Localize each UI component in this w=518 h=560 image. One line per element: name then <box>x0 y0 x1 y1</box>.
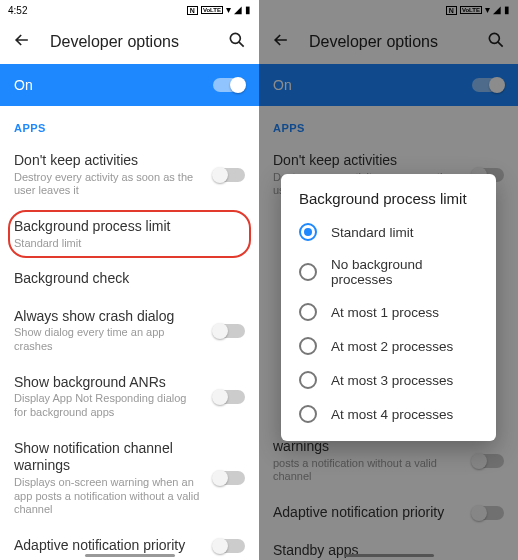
toggle-crash[interactable] <box>213 324 245 338</box>
master-toggle-bar[interactable]: On <box>0 64 259 106</box>
battery-icon: ▮ <box>504 5 510 15</box>
section-header-apps: APPS <box>259 106 518 142</box>
radio-option-standard-limit[interactable]: Standard limit <box>281 215 496 249</box>
status-bar: 4:52 N VoLTE ▾ ◢ ▮ <box>0 0 259 20</box>
phone-left: 4:52 N VoLTE ▾ ◢ ▮ Developer options On … <box>0 0 259 560</box>
search-icon[interactable] <box>486 30 506 54</box>
master-toggle[interactable] <box>213 78 245 92</box>
radio-icon <box>299 371 317 389</box>
app-bar: Developer options <box>0 20 259 64</box>
item-dont-keep-activities[interactable]: Don't keep activities Destroy every acti… <box>0 142 259 208</box>
radio-label: At most 2 processes <box>331 339 453 354</box>
item-title: Don't keep activities <box>273 152 460 170</box>
toggle-notif-channel[interactable] <box>472 454 504 468</box>
wifi-icon: ▾ <box>485 5 490 15</box>
nav-gesture-bar[interactable] <box>344 554 434 557</box>
item-subtitle: Displays on-screen warning when an app p… <box>14 476 201 517</box>
radio-option-at-most-1[interactable]: At most 1 process <box>281 295 496 329</box>
item-title: Background check <box>14 270 245 288</box>
radio-label: No background processes <box>331 257 478 287</box>
svg-point-1 <box>489 33 499 43</box>
radio-icon <box>299 303 317 321</box>
status-bar: N VoLTE ▾ ◢ ▮ <box>259 0 518 20</box>
item-background-check[interactable]: Background check <box>0 260 259 298</box>
item-title: Adaptive notification priority <box>273 504 460 522</box>
item-subtitle: Display App Not Responding dialog for ba… <box>14 392 201 420</box>
radio-option-no-background[interactable]: No background processes <box>281 249 496 295</box>
toggle-anr[interactable] <box>213 390 245 404</box>
master-toggle[interactable] <box>472 78 504 92</box>
radio-option-at-most-3[interactable]: At most 3 processes <box>281 363 496 397</box>
radio-label: At most 4 processes <box>331 407 453 422</box>
page-title: Developer options <box>50 33 209 51</box>
search-icon[interactable] <box>227 30 247 54</box>
app-bar: Developer options <box>259 20 518 64</box>
item-subtitle: Show dialog every time an app crashes <box>14 326 201 354</box>
signal-icon: ◢ <box>234 5 242 15</box>
dialog-background-process-limit: Background process limit Standard limit … <box>281 174 496 441</box>
item-title: Don't keep activities <box>14 152 201 170</box>
svg-point-0 <box>230 33 240 43</box>
item-title: Show notification channel warnings <box>14 440 201 475</box>
master-toggle-bar[interactable]: On <box>259 64 518 106</box>
toggle-adaptive[interactable] <box>472 506 504 520</box>
nfc-icon: N <box>446 6 457 15</box>
item-always-show-crash-dialog[interactable]: Always show crash dialog Show dialog eve… <box>0 298 259 364</box>
radio-label: At most 1 process <box>331 305 439 320</box>
item-subtitle: Destroy every activity as soon as the us… <box>14 171 201 199</box>
volte-icon: VoLTE <box>201 6 223 14</box>
phone-right: N VoLTE ▾ ◢ ▮ Developer options On APPS … <box>259 0 518 560</box>
page-title: Developer options <box>309 33 468 51</box>
item-show-background-anrs[interactable]: Show background ANRs Display App Not Res… <box>0 364 259 430</box>
master-toggle-label: On <box>14 77 33 93</box>
item-title: Show background ANRs <box>14 374 201 392</box>
radio-icon <box>299 223 317 241</box>
radio-icon <box>299 405 317 423</box>
item-title: Background process limit <box>14 218 245 236</box>
radio-label: At most 3 processes <box>331 373 453 388</box>
volte-icon: VoLTE <box>460 6 482 14</box>
radio-label: Standard limit <box>331 225 414 240</box>
radio-option-at-most-4[interactable]: At most 4 processes <box>281 397 496 431</box>
toggle-dont-keep[interactable] <box>213 168 245 182</box>
battery-icon: ▮ <box>245 5 251 15</box>
toggle-adaptive[interactable] <box>213 539 245 553</box>
back-icon[interactable] <box>12 30 32 54</box>
dialog-title: Background process limit <box>281 190 496 215</box>
section-header-apps: APPS <box>0 106 259 142</box>
nfc-icon: N <box>187 6 198 15</box>
status-icons: N VoLTE ▾ ◢ ▮ <box>187 5 251 15</box>
back-icon[interactable] <box>271 30 291 54</box>
item-show-notification-channel-warnings[interactable]: Show notification channel warnings Displ… <box>0 430 259 527</box>
radio-option-at-most-2[interactable]: At most 2 processes <box>281 329 496 363</box>
master-toggle-label: On <box>273 77 292 93</box>
radio-icon <box>299 263 317 281</box>
radio-icon <box>299 337 317 355</box>
item-background-process-limit[interactable]: Background process limit Standard limit <box>0 208 259 260</box>
status-time: 4:52 <box>8 5 27 16</box>
toggle-notif-channel[interactable] <box>213 471 245 485</box>
nav-gesture-bar[interactable] <box>85 554 175 557</box>
status-icons: N VoLTE ▾ ◢ ▮ <box>446 5 510 15</box>
item-adaptive-notification-priority[interactable]: Adaptive notification priority <box>259 494 518 532</box>
item-title: Adaptive notification priority <box>14 537 201 555</box>
item-title: Always show crash dialog <box>14 308 201 326</box>
item-subtitle: posts a notification without a valid cha… <box>273 457 460 485</box>
item-subtitle: Standard limit <box>14 237 245 251</box>
wifi-icon: ▾ <box>226 5 231 15</box>
signal-icon: ◢ <box>493 5 501 15</box>
